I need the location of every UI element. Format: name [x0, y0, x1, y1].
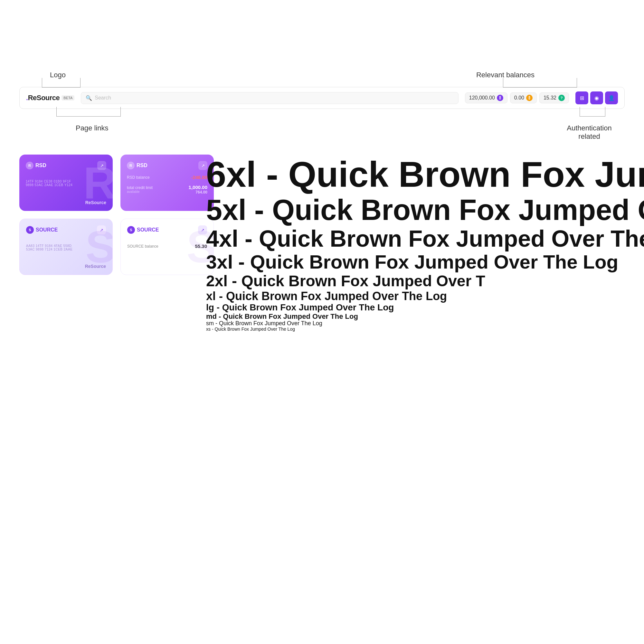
annotation-pagelinks: Page links — [76, 124, 109, 132]
annotation-auth-line — [580, 107, 605, 117]
card-currency-4: S SOURCE — [127, 226, 159, 234]
source-balance-label: SOURCE balance — [127, 244, 158, 249]
typo-xl: xl - Quick Brown Fox Jumped Over The Log — [206, 290, 644, 303]
typo-5xl: 5xl - Quick Brown Fox Jumped Over T — [206, 194, 644, 226]
rsd-card-2[interactable]: R RSD ↗ RSD balance -246.00 total credit… — [120, 155, 214, 211]
balance-amount-3: 15.32 — [544, 95, 556, 101]
typo-md: md - Quick Brown Fox Jumped Over The Log — [206, 313, 644, 320]
annotation-pagelinks-line — [56, 107, 121, 117]
card-header-1: R RSD ↗ — [26, 161, 106, 170]
card-arrow-btn-4[interactable]: ↗ — [198, 225, 207, 234]
typo-3xl: 3xl - Quick Brown Fox Jumped Over The Lo… — [206, 251, 644, 273]
search-placeholder: Search — [95, 95, 111, 101]
source-balance-row: SOURCE balance 55.30 — [127, 243, 207, 249]
card-arrow-btn-3[interactable]: ↗ — [97, 225, 106, 234]
annotation-auth: Authentication related — [563, 124, 615, 141]
card-number-1: 14TF 9184 CE38 01B0 9F1F9898 53AC 2AAE 1… — [26, 180, 106, 187]
credit-value: 1,000.00 — [189, 185, 207, 190]
navbar: .ReSource BETA 🔍 Search 120,000.00 ₿ 0.0… — [19, 87, 625, 109]
source-balance-value: 55.30 — [195, 243, 207, 249]
auth-buttons: ⊞ ◉ 👤 — [575, 91, 618, 104]
card-header-2: R RSD ↗ — [127, 161, 207, 170]
card-arrow-btn-1[interactable]: ↗ — [97, 161, 106, 170]
person-button[interactable]: 👤 — [605, 91, 618, 104]
camera-button[interactable]: ◉ — [590, 91, 603, 104]
typo-4xl: 4xl - Quick Brown Fox Jumped Over The Lo… — [206, 226, 644, 251]
card-brand-3: ReSource — [85, 264, 106, 269]
balance-label: RSD balance — [127, 175, 150, 180]
typo-6xl: 6xl - Quick Brown Fox Jumped Over T — [206, 155, 644, 194]
typo-xs: xs - Quick Brown Fox Jumped Over The Log — [206, 327, 644, 332]
typo-2xl: 2xl - Quick Brown Fox Jumped Over T — [206, 273, 644, 290]
card-number-3: AA83 14TF 9184 4FAE 558D53AC 9898 7124 1… — [26, 244, 106, 251]
available-label: available — [127, 190, 153, 194]
cards-section: R RSD ↗ R 14TF 9184 CE38 01B0 9F1F9898 5… — [19, 155, 214, 275]
grid-button[interactable]: ⊞ — [575, 91, 588, 104]
card-currency-label-3: SOURCE — [36, 227, 58, 233]
source-card-1[interactable]: S SOURCE ↗ S AA83 14TF 9184 4FAE 558D53A… — [19, 219, 113, 275]
card-currency-icon-1: R — [26, 162, 33, 169]
typo-lg: lg - Quick Brown Fox Jumped Over The Log — [206, 303, 644, 313]
card-currency-icon-2: R — [127, 162, 135, 169]
card-currency-icon-4: S — [127, 226, 135, 234]
navbar-section: Logo Relevant balances Authentication re… — [19, 87, 625, 109]
annotation-balances-line — [503, 78, 577, 88]
balance-icon-3: ? — [558, 95, 565, 101]
typography-section: 6xl - Quick Brown Fox Jumped Over T 5xl … — [206, 155, 644, 332]
search-bar[interactable]: 🔍 Search — [81, 92, 458, 104]
card-currency-icon-3: S — [26, 226, 34, 234]
card-currency-2: R RSD — [127, 162, 147, 169]
card-currency-label-1: RSD — [35, 163, 46, 168]
source-card-2[interactable]: S SOURCE ↗ S SOURCE balance 55.30 — [120, 219, 214, 275]
balance-amount-1: 120,000.00 — [469, 95, 495, 101]
balance-icon-2: ₿ — [526, 95, 533, 101]
logo-text: .ReSource — [26, 94, 60, 102]
annotation-logo-line — [42, 78, 81, 88]
card-header-4: S SOURCE ↗ — [127, 225, 207, 234]
rsd-card-1[interactable]: R RSD ↗ R 14TF 9184 CE38 01B0 9F1F9898 5… — [19, 155, 113, 211]
card-currency-label-4: SOURCE — [137, 227, 159, 233]
credit-row: total credit limit available 1,000.00 76… — [127, 185, 207, 194]
card-header-3: S SOURCE ↗ — [26, 225, 106, 234]
card-currency-3: S SOURCE — [26, 226, 58, 234]
card-brand-1: ReSource — [85, 200, 106, 205]
balance-pill-2[interactable]: 0.00 ₿ — [510, 92, 537, 103]
available-value: 764.00 — [189, 190, 207, 194]
credit-label: total credit limit — [127, 185, 153, 190]
balance-amount-2: 0.00 — [514, 95, 524, 101]
balance-row: RSD balance -246.00 — [127, 175, 207, 180]
balance-pill-3[interactable]: 15.32 ? — [539, 92, 569, 103]
beta-badge: BETA — [62, 95, 74, 100]
balances-area: 120,000.00 ₿ 0.00 ₿ 15.32 ? — [465, 92, 569, 103]
balance-value: -246.00 — [191, 175, 207, 180]
balance-pill-1[interactable]: 120,000.00 ₿ — [465, 92, 507, 103]
card-currency-label-2: RSD — [137, 163, 147, 168]
balance-icon-1: ₿ — [497, 95, 503, 101]
logo-area: .ReSource BETA — [26, 94, 74, 102]
search-icon: 🔍 — [86, 95, 92, 101]
card-currency-1: R RSD — [26, 162, 46, 169]
typo-sm: sm - Quick Brown Fox Jumped Over The Log — [206, 320, 644, 327]
